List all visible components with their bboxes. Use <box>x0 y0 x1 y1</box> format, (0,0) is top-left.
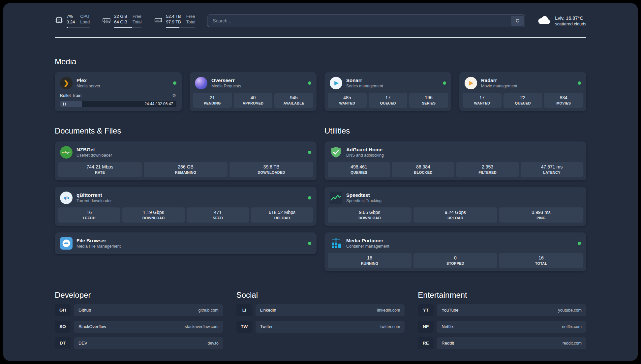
service-card-overseerr[interactable]: Overseerr Media Requests 21 PENDING 40 A… <box>190 72 317 111</box>
service-title: Sonarr <box>346 77 383 83</box>
link-url: stackoverflow.com <box>185 324 219 329</box>
section-heading-utilities: Utilities <box>324 126 586 136</box>
link-youtube[interactable]: YT YouTube youtube.com <box>418 304 586 316</box>
service-card-nzbget[interactable]: nzbget NZBGet Usenet downloader 744.21 M… <box>55 141 317 180</box>
section-social: Social LI LinkedIn linkedin.com TW Twitt… <box>236 290 405 349</box>
link-url: linkedin.com <box>377 308 400 313</box>
link-twitter[interactable]: TW Twitter twitter.com <box>236 321 405 333</box>
service-card-radarr[interactable]: ▶ Radarr Movie management 17 WANTED 22 Q… <box>459 72 586 111</box>
service-subtitle: Media server <box>76 84 100 88</box>
gear-icon[interactable]: ⚙ <box>172 93 176 99</box>
playback-progress-bar[interactable]: 24:44 / 02:06:47 <box>60 101 176 107</box>
pause-icon[interactable] <box>63 103 66 106</box>
stat-rate: 744.21 Mbps RATE <box>58 162 142 177</box>
cpu-label-2: Load <box>80 19 90 25</box>
github-icon: GH <box>55 304 71 316</box>
stackoverflow-icon: SO <box>55 321 71 333</box>
status-dot <box>308 151 311 154</box>
status-dot <box>173 81 176 85</box>
stat-filtered: 2,953 FILTERED <box>456 162 519 177</box>
service-card-adguard[interactable]: AdGuard Home DNS and adblocking 498,461 … <box>324 141 586 180</box>
topbar: 7% 3.24 CPU Load <box>55 3 586 28</box>
stat-seed: 471 SEED <box>187 207 249 223</box>
stat-blocked: 86,384 BLOCKED <box>392 162 454 177</box>
search-bar: G <box>207 15 525 27</box>
ram-total-value: 64 GiB <box>114 19 127 25</box>
service-card-plex[interactable]: ❯ Plex Media server Bullet Train ⚙ <box>55 72 182 111</box>
disk-metric: 52.4 TB 97.9 TB Free Total <box>154 14 195 28</box>
service-subtitle: Media File Management <box>76 244 121 249</box>
dev-icon: DT <box>55 337 71 349</box>
link-linkedin[interactable]: LI LinkedIn linkedin.com <box>236 304 405 316</box>
service-subtitle: Speedtest Tracking <box>346 198 382 203</box>
link-url: twitter.com <box>381 324 400 329</box>
twitter-icon: TW <box>236 321 252 333</box>
service-title: NZBGet <box>76 147 112 152</box>
status-dot <box>578 242 581 245</box>
filebrowser-icon <box>60 237 73 250</box>
link-name: Github <box>78 308 91 313</box>
status-dot <box>308 242 311 245</box>
service-title: Speedtest <box>346 192 382 198</box>
link-name: DEV <box>78 341 87 346</box>
link-name: Twitter <box>260 324 273 329</box>
link-reddit[interactable]: RE Reddit reddit.com <box>418 337 586 349</box>
service-subtitle: Media Requests <box>211 84 241 88</box>
search-input[interactable] <box>207 15 525 27</box>
link-name: YouTube <box>442 308 458 313</box>
link-stackoverflow[interactable]: SO StackOverflow stackoverflow.com <box>55 321 223 333</box>
service-title: File Browser <box>76 238 121 243</box>
service-card-portainer[interactable]: Media Portainer Container management 16 … <box>324 232 586 271</box>
service-card-sonarr[interactable]: ▶ Sonarr Series management 485 WANTED 17… <box>324 72 451 111</box>
nzbget-icon: nzbget <box>60 146 73 159</box>
stat-downloaded: 39.6 TB DOWNLOADED <box>229 162 313 177</box>
topbar-divider <box>55 37 586 38</box>
disk-label-1: Free <box>186 14 195 19</box>
disk-label-2: Total <box>186 19 195 25</box>
sonarr-icon: ▶ <box>330 77 342 89</box>
link-name: StackOverflow <box>78 324 106 329</box>
link-url: netflix.com <box>562 324 582 329</box>
service-card-filebrowser[interactable]: File Browser Media File Management <box>55 232 317 254</box>
link-dev[interactable]: DT DEV dev.to <box>55 337 223 349</box>
service-subtitle: Container management <box>346 244 389 249</box>
service-title: Radarr <box>481 77 517 83</box>
stat-wanted: 485 WANTED <box>328 93 367 108</box>
section-developer: Developer GH Github github.com SO StackO… <box>55 290 223 349</box>
stat-download: 9.65 Gbps DOWNLOAD <box>328 207 412 223</box>
section-heading-social: Social <box>236 290 405 300</box>
stat-latency: 47.571 ms LATENCY <box>521 162 583 177</box>
section-utilities: Utilities AdGuard Home DNS and adblockin… <box>324 126 586 271</box>
cpu-label-1: CPU <box>80 14 90 19</box>
ram-label-2: Total <box>133 19 141 25</box>
service-title: Plex <box>76 77 100 83</box>
link-name: Reddit <box>442 341 454 346</box>
section-media: Media ❯ Plex Media server Bullet Train ⚙ <box>55 57 586 111</box>
disk-progress-bar <box>166 27 195 28</box>
now-playing-title: Bullet Train <box>60 93 81 98</box>
link-netflix[interactable]: NF Netflix netflix.com <box>418 321 586 333</box>
stat-movies: 834 MOVIES <box>544 93 583 108</box>
service-card-qbittorrent[interactable]: qb qBittorrent Torrent downloader 16 LEE… <box>55 187 317 226</box>
status-dot <box>308 196 311 199</box>
ram-free-value: 22 GiB <box>114 14 127 19</box>
playback-time: 24:44 / 02:06:47 <box>144 102 173 106</box>
service-subtitle: Series management <box>346 84 383 88</box>
link-github[interactable]: GH Github github.com <box>55 304 223 316</box>
stat-queries: 498,461 QUERIES <box>328 162 390 177</box>
stat-upload: 618.52 Mbps UPLOAD <box>251 207 313 223</box>
stat-ping: 0.993 ms PING <box>499 207 583 223</box>
cloud-icon <box>537 15 551 26</box>
section-documents: Documents & Files nzbget NZBGet Usenet d… <box>55 126 317 271</box>
link-url: dev.to <box>208 341 219 346</box>
cpu-load-value: 3.24 <box>67 19 75 25</box>
cpu-metric: 7% 3.24 CPU Load <box>55 14 90 28</box>
disk-icon <box>154 16 163 26</box>
link-url: reddit.com <box>563 341 582 346</box>
stat-series: 196 SERIES <box>409 93 448 108</box>
link-name: LinkedIn <box>260 308 276 313</box>
service-card-speedtest[interactable]: Speedtest Speedtest Tracking 9.65 Gbps D… <box>324 187 586 226</box>
speedtest-icon <box>330 192 342 204</box>
stat-running: 16 RUNNING <box>328 253 412 268</box>
search-provider-button[interactable]: G <box>511 16 524 26</box>
